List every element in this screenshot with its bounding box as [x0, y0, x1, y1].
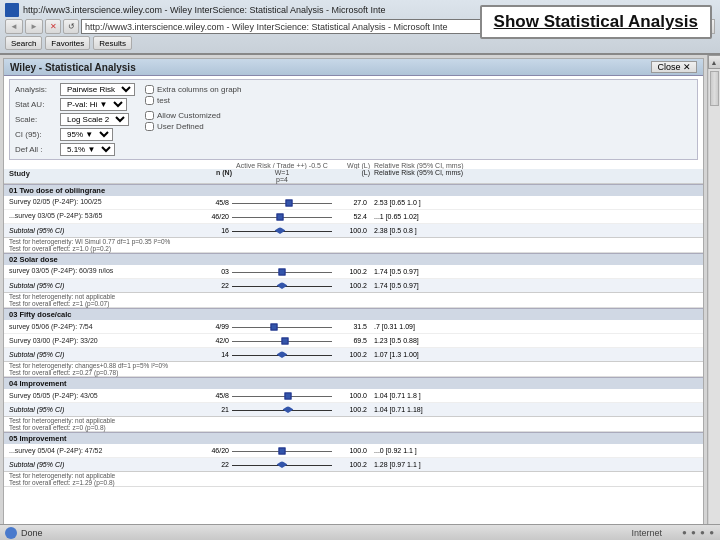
study-name: ...survey 03/05 (P-24P): 53/65: [9, 212, 194, 220]
search-toolbar-btn[interactable]: Search: [5, 36, 42, 50]
statau-form-row: Stat AU: P-val: Hi ▼: [15, 98, 135, 111]
list-item: Subtotal (95% CI) 21 100.2 1.04 [0.71 1.…: [4, 403, 703, 417]
browser-title: http://www3.interscience.wiley.com - Wil…: [23, 5, 385, 15]
subtotal-ci: 1.07 [1.3 1.00]: [370, 351, 698, 358]
study-n: 4/99: [194, 323, 232, 330]
defall-select[interactable]: 5.1% ▼: [60, 143, 115, 156]
subtotal-n: 21: [194, 406, 232, 413]
subtotal-n: 22: [194, 282, 232, 289]
nav-back-btn[interactable]: ◄: [5, 19, 23, 34]
subtotal-weight: 100.0: [332, 227, 370, 234]
right-scrollbar[interactable]: ▲ ▼: [707, 55, 720, 540]
section-02-header: 02 Solar dose: [4, 253, 703, 265]
form-area: Analysis: Pairwise Risk Stat AU: P-val: …: [9, 79, 698, 160]
status-bar: Done Internet ● ● ● ●: [0, 524, 720, 540]
study-name: ...survey 05/04 (P-24P): 47/52: [9, 447, 194, 454]
extra-columns-checkbox[interactable]: [145, 85, 154, 94]
study-ci: 1.74 [0.5 0.97]: [370, 268, 698, 275]
defall-label: Def All :: [15, 145, 57, 154]
subtotal-label: Subtotal (95% CI): [9, 406, 194, 413]
study-ci: ...0 [0.92 1.1 ]: [370, 447, 698, 454]
scroll-up-btn[interactable]: ▲: [708, 55, 721, 69]
subtotal-n: 16: [194, 227, 232, 234]
subtotal-ci: 1.74 [0.5 0.97]: [370, 282, 698, 289]
study-n: 46/20: [194, 447, 232, 454]
table-row: Survey 02/05 (P-24P): 100/25 45/8 27.0 2…: [4, 196, 703, 210]
forest-plot-cell: [232, 390, 332, 401]
close-panel-button[interactable]: Close ✕: [651, 61, 697, 73]
status-done: Done: [21, 528, 43, 538]
scrollbar-track[interactable]: [709, 69, 720, 526]
ci95-select[interactable]: 95% ▼: [60, 128, 113, 141]
forest-plot-cell: [232, 211, 332, 222]
scale-select[interactable]: Log Scale 2: [60, 113, 129, 126]
analysis-select[interactable]: Pairwise Risk: [60, 83, 135, 96]
allow-customized-label: Allow Customized: [157, 111, 221, 120]
browser-icon: [5, 3, 19, 17]
forest-plot-cell: [232, 321, 332, 332]
section-notes: Test for heterogeneity: changes+0.88 df=…: [4, 362, 703, 377]
user-defined-label: User Defined: [157, 122, 204, 131]
study-ci: 1.04 [0.71 1.8 ]: [370, 392, 698, 399]
extra-columns-row: Extra columns on graph: [145, 85, 242, 94]
study-weight: 52.4: [332, 213, 370, 220]
subtotal-n: 22: [194, 461, 232, 468]
study-ci: 2.53 [0.65 1.0 ]: [370, 199, 698, 206]
panel-title: Wiley - Statistical Analysis: [10, 62, 136, 73]
statau-select[interactable]: P-val: Hi ▼: [60, 98, 127, 111]
status-dots: ● ● ● ●: [682, 528, 715, 537]
subtotal-forest: [232, 225, 332, 236]
study-weight: 100.2: [332, 268, 370, 275]
subtotal-label: Subtotal (95% CI): [9, 227, 194, 234]
study-weight: 100.0: [332, 447, 370, 454]
nav-refresh-btn[interactable]: ↺: [63, 19, 79, 34]
subtotal-label: Subtotal (95% CI): [9, 282, 194, 289]
list-item: Subtotal (95% CI) 16 100.0 2.38 [0.5 0.8…: [4, 224, 703, 238]
study-name: Survey 02/05 (P-24P): 100/25: [9, 198, 194, 206]
favorites-toolbar-btn[interactable]: Favorites: [45, 36, 90, 50]
scrollbar-thumb[interactable]: [710, 71, 719, 106]
allow-customized-checkbox[interactable]: [145, 111, 154, 120]
section-05-header: 05 Improvement: [4, 432, 703, 444]
forest-plot-cell: [232, 335, 332, 346]
study-n: 46/20: [194, 213, 232, 220]
test-row: test: [145, 96, 242, 105]
table-row: survey 03/05 (P-24P): 60/39 n/los 03 100…: [4, 265, 703, 279]
subtotal-forest: [232, 404, 332, 415]
subtotal-label: Subtotal (95% CI): [9, 351, 194, 358]
forest-plot-cell: [232, 445, 332, 456]
scale-label: Scale:: [15, 115, 57, 124]
subtotal-weight: 100.2: [332, 351, 370, 358]
analysis-form-row: Analysis: Pairwise Risk: [15, 83, 135, 96]
test-checkbox[interactable]: [145, 96, 154, 105]
nav-forward-btn[interactable]: ►: [25, 19, 43, 34]
forest-plot-cell: [232, 197, 332, 208]
results-toolbar-btn[interactable]: Results: [93, 36, 132, 50]
section-notes: Test for heterogeneity: not applicable T…: [4, 417, 703, 432]
page-area: Wiley - Statistical Analysis Close ✕ Ana…: [0, 55, 707, 540]
user-defined-checkbox[interactable]: [145, 122, 154, 131]
study-weight: 27.0: [332, 199, 370, 206]
statau-label: Stat AU:: [15, 100, 57, 109]
nav-stop-btn[interactable]: ✕: [45, 19, 61, 34]
section-04-header: 04 Improvement: [4, 377, 703, 389]
study-weight: 69.5: [332, 337, 370, 344]
col-forest-header: W=1 p=4: [232, 169, 332, 183]
allow-customized-row: Allow Customized: [145, 111, 242, 120]
list-item: Subtotal (95% CI) 22 100.2 1.28 [0.97 1.…: [4, 458, 703, 472]
study-n: 42/0: [194, 337, 232, 344]
forest-plot-cell: [232, 266, 332, 277]
show-stat-analysis-header: Show Statistical Analysis: [480, 5, 712, 39]
table-row: Survey 05/05 (P-24P): 43/05 45/8 100.0 1…: [4, 389, 703, 403]
extra-columns-label: Extra columns on graph: [157, 85, 242, 94]
panel-header: Wiley - Statistical Analysis Close ✕: [4, 59, 703, 76]
main-content: Wiley - Statistical Analysis Close ✕ Ana…: [0, 55, 720, 540]
ci95-form-row: CI (95): 95% ▼: [15, 128, 135, 141]
test-label: test: [157, 96, 170, 105]
col-label-row: Active Risk / Trade ++) -0.5 C Wgt (L) R…: [4, 162, 703, 169]
study-name: survey 05/06 (P-24P): 7/54: [9, 323, 194, 330]
table-row: ...survey 05/04 (P-24P): 47/52 46/20 100…: [4, 444, 703, 458]
list-item: Subtotal (95% CI) 14 100.2 1.07 [1.3 1.0…: [4, 348, 703, 362]
study-data-container[interactable]: 01 Two dose of obliingrane Survey 02/05 …: [4, 184, 703, 536]
subtotal-ci: 1.28 [0.97 1.1 ]: [370, 461, 698, 468]
